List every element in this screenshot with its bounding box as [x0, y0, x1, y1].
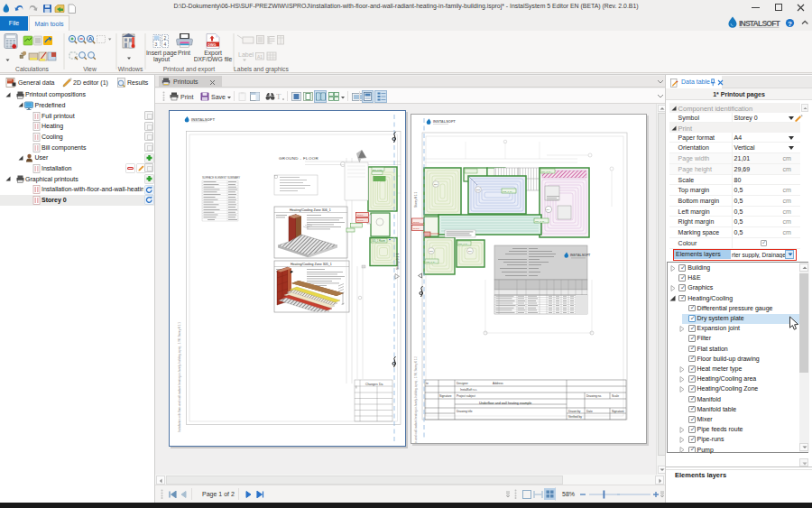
svg-text:302_1 W...: 302_1 W... [503, 190, 513, 193]
svg-text:?: ? [788, 20, 792, 28]
svg-text:306/R...: 306/R... [357, 220, 365, 223]
svg-text:Project subject: Project subject [457, 394, 475, 398]
svg-text:te: te [426, 382, 429, 385]
svg-text:301/R..: 301/R.. [413, 227, 420, 230]
svg-text:INSTALSOFT: INSTALSOFT [433, 119, 456, 124]
svg-text:T: T [276, 92, 281, 101]
svg-text:Heating/Cooling Zone 305_1: Heating/Cooling Zone 305_1 [291, 263, 332, 266]
svg-text:INSTALSOFT: INSTALSOFT [739, 19, 781, 28]
svg-text:305_1 R...: 305_1 R... [426, 261, 437, 263]
svg-text:4: 4 [164, 42, 167, 47]
svg-text:2: 2 [164, 35, 167, 41]
svg-text:300_1 W...: 300_1 W... [535, 220, 546, 223]
svg-text:Designer: Designer [457, 382, 469, 385]
svg-text:INSTALSOFT: INSTALSOFT [191, 117, 215, 122]
svg-text:A1: A1 [257, 54, 263, 60]
svg-text:Label: Label [238, 51, 254, 58]
svg-text:Scale: Scale [612, 394, 619, 398]
svg-text:306_1 Ro...: 306_1 Ro... [373, 169, 384, 171]
svg-text:Drawing title: Drawing title [457, 410, 473, 413]
svg-text:SURFACE ELEMENT SUMMARY: SURFACE ELEMENT SUMMARY [202, 176, 240, 180]
svg-text:A: A [88, 36, 93, 42]
svg-text:Signature: Signature [612, 410, 624, 413]
svg-text:Drawing no.: Drawing no. [586, 394, 602, 398]
svg-text:300/R..: 300/R.. [413, 221, 420, 224]
svg-text:InstalSoft s.c.: InstalSoft s.c. [460, 388, 477, 392]
svg-text:Verified by: Verified by [568, 415, 582, 419]
svg-text:GROUND - FLOOR: GROUND - FLOOR [279, 156, 318, 161]
svg-text:Installation-with-floor-and-wa: Installation-with-floor-and-wall-radiant… [414, 356, 418, 443]
svg-text:Signature: Signature [439, 394, 452, 398]
svg-text:Underfloor and wall heating ex: Underfloor and wall heating example [479, 402, 531, 405]
svg-text:Heating/Cooling Zone 306_1: Heating/Cooling Zone 306_1 [290, 208, 331, 212]
svg-text:Storey 0 2.1: Storey 0 2.1 [396, 254, 400, 270]
svg-text:Da: Da [379, 383, 383, 386]
svg-text:306_1 R...: 306_1 R... [458, 243, 469, 245]
svg-text:Storey 0 1.1: Storey 0 1.1 [414, 192, 418, 208]
svg-text:Address: Address [493, 382, 503, 385]
svg-text:304_1 W...: 304_1 W... [541, 171, 552, 173]
svg-text:Installation-with-floor-and-wa: Installation-with-floor-and-wall-radiant… [178, 322, 181, 432]
svg-text:Date: Date [586, 410, 593, 413]
svg-text:3: 3 [155, 42, 158, 47]
svg-text:Changes: Changes [365, 383, 378, 386]
svg-text:DWG: DWG [208, 43, 216, 47]
svg-text:305/R...: 305/R... [357, 215, 365, 217]
svg-text:INSTALSOFT: INSTALSOFT [570, 254, 591, 257]
svg-text:305_1 Room: 305_1 Room [372, 239, 385, 243]
svg-text:Drawn by: Drawn by [568, 410, 581, 413]
